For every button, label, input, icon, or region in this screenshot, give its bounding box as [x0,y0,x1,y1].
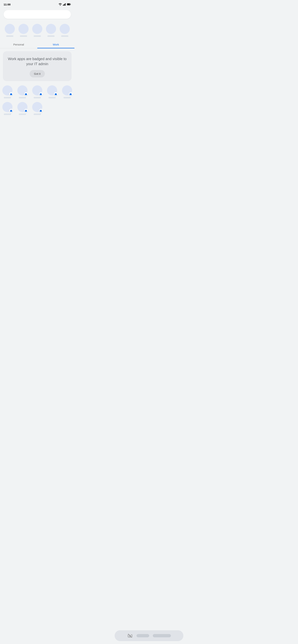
skeleton-circle [46,24,56,34]
svg-rect-10 [41,93,41,94]
tab-work[interactable]: Work [37,40,75,48]
skeleton-label [47,36,55,37]
svg-rect-2 [64,4,64,6]
wifi-icon [59,3,62,6]
status-icons [59,3,71,6]
svg-rect-4 [65,3,66,6]
work-app-4[interactable] [45,85,60,98]
work-app-label [34,114,41,115]
work-app-5[interactable] [60,85,75,98]
work-app-circle-wrap-4 [47,85,57,96]
work-badge-2 [24,92,28,96]
svg-rect-11 [55,93,56,94]
work-badge-8 [39,109,43,112]
skeleton-label [61,36,68,37]
svg-rect-9 [26,93,26,94]
work-app-label [19,97,26,98]
work-app-7[interactable] [15,102,30,115]
work-badge-4 [54,92,58,96]
work-app-1[interactable] [0,85,15,98]
got-it-button[interactable]: Got it [30,70,45,78]
status-bar: 11:00 [0,0,75,8]
work-app-circle-wrap-1 [2,85,13,96]
skeleton-app-2 [19,24,29,37]
svg-rect-6 [67,4,70,5]
svg-rect-1 [63,5,63,6]
work-app-8[interactable] [30,102,45,115]
svg-rect-8 [11,93,11,94]
work-app-circle-wrap-6 [2,102,13,112]
work-app-circle-wrap-7 [17,102,28,112]
search-bar[interactable] [4,10,71,19]
svg-rect-3 [64,4,65,6]
skeleton-circle [5,24,15,34]
work-badge-6 [9,109,13,112]
work-app-label [63,97,71,98]
work-app-label [19,114,26,115]
work-badge-1 [9,92,13,96]
svg-rect-7 [70,4,71,5]
skeleton-app-grid [0,22,75,40]
skeleton-circle [19,24,29,34]
work-badge-5 [69,92,73,96]
skeleton-circle [32,24,42,34]
signal-icon [63,3,66,6]
status-time: 11:00 [4,3,11,6]
work-app-label [34,97,41,98]
work-app-circle-wrap-8 [32,102,42,112]
work-app-circle-wrap-2 [17,85,28,96]
skeleton-label [6,36,13,37]
work-badge-3 [39,92,43,96]
info-card-text: Work apps are badged and visible to your… [7,56,67,66]
info-card: Work apps are badged and visible to your… [3,51,72,81]
work-badge-7 [24,109,28,112]
work-app-circle-wrap-3 [32,85,42,96]
skeleton-app-4 [46,24,56,37]
skeleton-label [34,36,41,37]
svg-rect-15 [41,110,41,110]
skeleton-label [20,36,27,37]
skeleton-app-1 [5,24,15,37]
svg-rect-13 [11,110,11,110]
work-app-row-1 [0,85,75,98]
svg-point-0 [60,5,61,6]
skeleton-app-3 [32,24,42,37]
tabs-container: Personal Work [0,40,75,48]
work-app-label [4,114,11,115]
svg-rect-12 [70,93,71,94]
svg-rect-14 [26,110,26,110]
skeleton-app-5 [60,24,70,37]
skeleton-circle [60,24,70,34]
work-app-2[interactable] [15,85,30,98]
work-app-row-2 [0,102,75,115]
work-app-6[interactable] [0,102,15,115]
work-app-label [49,97,56,98]
work-app-3[interactable] [30,85,45,98]
tab-personal[interactable]: Personal [0,40,37,48]
battery-icon [67,3,71,6]
work-app-label [4,97,11,98]
work-app-circle-wrap-5 [62,85,72,96]
